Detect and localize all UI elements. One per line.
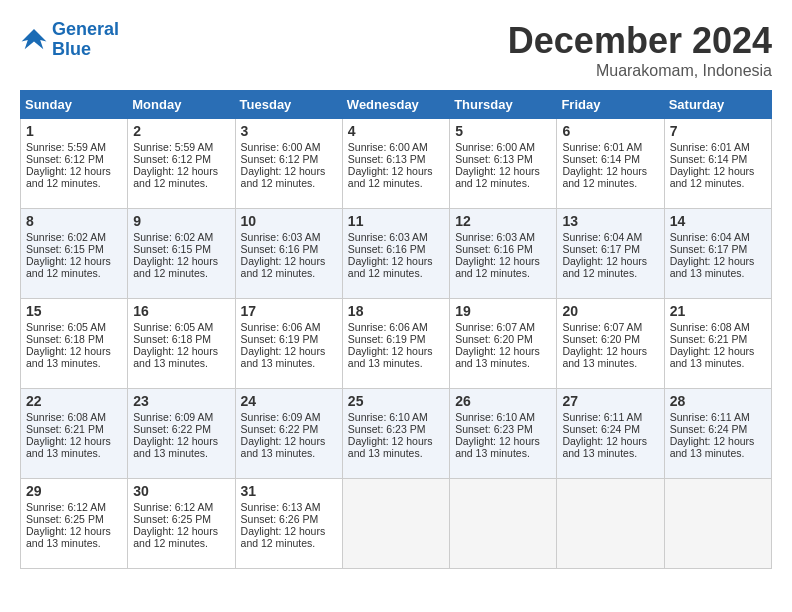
day-number: 16 bbox=[133, 303, 229, 319]
day-info: Sunrise: 6:12 AM bbox=[133, 501, 229, 513]
day-info: Sunrise: 6:02 AM bbox=[26, 231, 122, 243]
day-number: 30 bbox=[133, 483, 229, 499]
day-info: and 12 minutes. bbox=[348, 177, 444, 189]
day-info: Sunrise: 6:01 AM bbox=[670, 141, 766, 153]
calendar-cell: 30Sunrise: 6:12 AMSunset: 6:25 PMDayligh… bbox=[128, 479, 235, 569]
day-info: Daylight: 12 hours bbox=[455, 165, 551, 177]
day-number: 31 bbox=[241, 483, 337, 499]
header-sunday: Sunday bbox=[21, 91, 128, 119]
day-number: 21 bbox=[670, 303, 766, 319]
calendar-cell: 7Sunrise: 6:01 AMSunset: 6:14 PMDaylight… bbox=[664, 119, 771, 209]
day-info: Sunset: 6:19 PM bbox=[348, 333, 444, 345]
day-info: Sunset: 6:20 PM bbox=[562, 333, 658, 345]
day-info: Daylight: 12 hours bbox=[562, 255, 658, 267]
calendar-week-1: 1Sunrise: 5:59 AMSunset: 6:12 PMDaylight… bbox=[21, 119, 772, 209]
day-info: Sunrise: 6:01 AM bbox=[562, 141, 658, 153]
day-info: Sunset: 6:16 PM bbox=[348, 243, 444, 255]
calendar-cell: 4Sunrise: 6:00 AMSunset: 6:13 PMDaylight… bbox=[342, 119, 449, 209]
day-info: Sunrise: 6:13 AM bbox=[241, 501, 337, 513]
day-number: 15 bbox=[26, 303, 122, 319]
header-tuesday: Tuesday bbox=[235, 91, 342, 119]
calendar-week-2: 8Sunrise: 6:02 AMSunset: 6:15 PMDaylight… bbox=[21, 209, 772, 299]
day-info: Daylight: 12 hours bbox=[562, 345, 658, 357]
day-info: Daylight: 12 hours bbox=[455, 345, 551, 357]
day-info: Sunrise: 6:07 AM bbox=[455, 321, 551, 333]
day-info: Daylight: 12 hours bbox=[241, 525, 337, 537]
day-info: and 13 minutes. bbox=[455, 447, 551, 459]
day-info: Daylight: 12 hours bbox=[348, 435, 444, 447]
day-number: 5 bbox=[455, 123, 551, 139]
calendar-cell: 8Sunrise: 6:02 AMSunset: 6:15 PMDaylight… bbox=[21, 209, 128, 299]
day-info: Sunset: 6:21 PM bbox=[26, 423, 122, 435]
day-info: Sunset: 6:19 PM bbox=[241, 333, 337, 345]
day-number: 23 bbox=[133, 393, 229, 409]
day-info: Daylight: 12 hours bbox=[348, 165, 444, 177]
header-friday: Friday bbox=[557, 91, 664, 119]
day-info: and 12 minutes. bbox=[670, 177, 766, 189]
day-info: and 13 minutes. bbox=[348, 357, 444, 369]
day-info: Sunrise: 6:11 AM bbox=[670, 411, 766, 423]
title-section: December 2024 Muarakomam, Indonesia bbox=[508, 20, 772, 80]
calendar-cell: 6Sunrise: 6:01 AMSunset: 6:14 PMDaylight… bbox=[557, 119, 664, 209]
logo-text: General Blue bbox=[52, 20, 119, 60]
calendar-cell bbox=[664, 479, 771, 569]
day-info: Sunrise: 6:06 AM bbox=[348, 321, 444, 333]
calendar-cell: 26Sunrise: 6:10 AMSunset: 6:23 PMDayligh… bbox=[450, 389, 557, 479]
day-info: Sunset: 6:12 PM bbox=[133, 153, 229, 165]
day-info: and 13 minutes. bbox=[562, 357, 658, 369]
calendar-cell: 17Sunrise: 6:06 AMSunset: 6:19 PMDayligh… bbox=[235, 299, 342, 389]
day-info: Daylight: 12 hours bbox=[455, 435, 551, 447]
day-number: 17 bbox=[241, 303, 337, 319]
day-info: Sunrise: 6:03 AM bbox=[455, 231, 551, 243]
calendar-week-4: 22Sunrise: 6:08 AMSunset: 6:21 PMDayligh… bbox=[21, 389, 772, 479]
day-info: Sunrise: 6:00 AM bbox=[241, 141, 337, 153]
calendar-week-5: 29Sunrise: 6:12 AMSunset: 6:25 PMDayligh… bbox=[21, 479, 772, 569]
day-info: Sunrise: 6:12 AM bbox=[26, 501, 122, 513]
calendar-cell bbox=[450, 479, 557, 569]
day-info: Daylight: 12 hours bbox=[133, 255, 229, 267]
calendar-cell: 9Sunrise: 6:02 AMSunset: 6:15 PMDaylight… bbox=[128, 209, 235, 299]
day-info: Sunset: 6:24 PM bbox=[670, 423, 766, 435]
day-info: Daylight: 12 hours bbox=[26, 525, 122, 537]
day-number: 27 bbox=[562, 393, 658, 409]
day-info: Sunrise: 6:02 AM bbox=[133, 231, 229, 243]
day-info: Sunrise: 6:11 AM bbox=[562, 411, 658, 423]
day-info: Daylight: 12 hours bbox=[241, 255, 337, 267]
day-info: Daylight: 12 hours bbox=[562, 165, 658, 177]
day-info: Sunset: 6:21 PM bbox=[670, 333, 766, 345]
day-number: 10 bbox=[241, 213, 337, 229]
page-header: General Blue December 2024 Muarakomam, I… bbox=[20, 20, 772, 80]
day-number: 29 bbox=[26, 483, 122, 499]
day-info: Daylight: 12 hours bbox=[241, 165, 337, 177]
day-info: and 13 minutes. bbox=[670, 267, 766, 279]
day-info: Sunrise: 6:10 AM bbox=[455, 411, 551, 423]
day-number: 6 bbox=[562, 123, 658, 139]
day-info: and 12 minutes. bbox=[241, 267, 337, 279]
calendar-cell: 5Sunrise: 6:00 AMSunset: 6:13 PMDaylight… bbox=[450, 119, 557, 209]
calendar-cell: 20Sunrise: 6:07 AMSunset: 6:20 PMDayligh… bbox=[557, 299, 664, 389]
calendar-cell bbox=[557, 479, 664, 569]
day-number: 3 bbox=[241, 123, 337, 139]
day-info: Sunset: 6:16 PM bbox=[455, 243, 551, 255]
day-info: Sunrise: 6:10 AM bbox=[348, 411, 444, 423]
day-info: Sunrise: 6:09 AM bbox=[133, 411, 229, 423]
day-info: Sunrise: 6:06 AM bbox=[241, 321, 337, 333]
day-info: and 13 minutes. bbox=[670, 357, 766, 369]
day-info: Sunset: 6:24 PM bbox=[562, 423, 658, 435]
header-thursday: Thursday bbox=[450, 91, 557, 119]
day-info: Sunset: 6:20 PM bbox=[455, 333, 551, 345]
day-number: 8 bbox=[26, 213, 122, 229]
day-info: and 13 minutes. bbox=[455, 357, 551, 369]
day-info: Daylight: 12 hours bbox=[241, 435, 337, 447]
day-info: and 13 minutes. bbox=[26, 537, 122, 549]
day-info: and 12 minutes. bbox=[241, 177, 337, 189]
calendar-week-3: 15Sunrise: 6:05 AMSunset: 6:18 PMDayligh… bbox=[21, 299, 772, 389]
day-number: 12 bbox=[455, 213, 551, 229]
calendar-cell: 15Sunrise: 6:05 AMSunset: 6:18 PMDayligh… bbox=[21, 299, 128, 389]
calendar-cell: 10Sunrise: 6:03 AMSunset: 6:16 PMDayligh… bbox=[235, 209, 342, 299]
day-info: and 13 minutes. bbox=[26, 357, 122, 369]
day-info: Sunset: 6:23 PM bbox=[455, 423, 551, 435]
calendar-cell: 3Sunrise: 6:00 AMSunset: 6:12 PMDaylight… bbox=[235, 119, 342, 209]
day-info: Sunrise: 6:04 AM bbox=[670, 231, 766, 243]
day-info: Sunset: 6:13 PM bbox=[348, 153, 444, 165]
